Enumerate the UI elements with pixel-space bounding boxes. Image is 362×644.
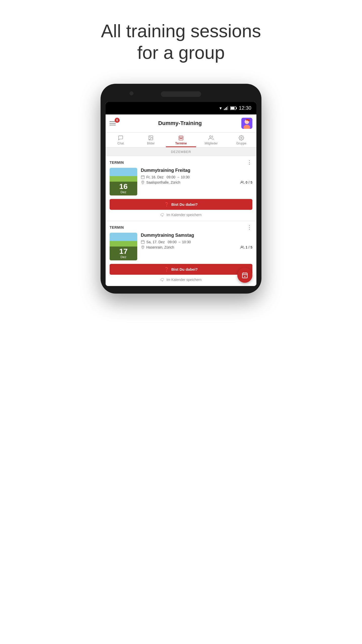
tab-chat-label: Chat [117,142,124,145]
tab-termine-label: Termine [175,142,187,145]
event-participants-2: 1 / 5 [240,245,252,249]
svg-rect-19 [181,138,181,139]
event-date-text-2: Sa, 17. Dez [146,240,165,244]
event-date-text-1: Fr, 16. Dez [146,175,163,179]
svg-rect-0 [224,109,225,110]
event-day-2: 17 [110,248,137,255]
event-image-1: 16 Dez [110,168,137,195]
event-day-1: 16 [110,183,137,190]
cloud-icon-1 [160,213,164,217]
svg-rect-6 [231,107,235,109]
wifi-icon: ▾ [219,105,222,111]
rsvp-label-2: Bist Du dabei? [171,267,198,271]
calendar-small-icon-2 [141,240,145,244]
settings-icon [239,135,244,141]
more-button-2[interactable]: ⋮ [247,225,252,230]
event-location-row-2: Hasenrain, Zürich 1 / 5 [141,245,252,249]
avatar[interactable] [241,118,252,129]
termin-header-2: TERMIN ⋮ [106,221,256,233]
calendar-icon [178,135,184,141]
page-title: All training sessions for a group [93,20,269,64]
phone-screen: ▾ 12:30 6 [106,102,256,286]
event-location-2: Hasenrain, Zürich [146,245,174,249]
fab-button[interactable] [237,268,252,283]
calendar-small-icon-1 [141,175,145,179]
signal-icon [224,106,228,110]
save-calendar-1[interactable]: Im Kalender speichern [106,213,256,217]
status-time: 12:30 [239,105,251,111]
location-icon-2 [141,245,145,249]
event-time-2: 09:00 → 10:30 [168,240,191,244]
save-calendar-label-1: Im Kalender speichern [166,213,202,217]
tab-termine[interactable]: Termine [166,133,196,147]
more-button-1[interactable]: ⋮ [247,160,252,165]
rsvp-label-1: Bist Du dabei? [171,202,198,207]
tab-chat[interactable]: Chat [106,133,136,147]
month-header: DEZEMBER [106,147,256,156]
svg-point-22 [241,137,242,139]
svg-point-27 [142,182,143,182]
svg-rect-18 [180,138,180,139]
svg-point-33 [142,247,143,247]
svg-rect-1 [225,108,226,110]
event-date-row-2: Sa, 17. Dez 09:00 → 10:30 [141,240,252,244]
svg-point-11 [248,119,250,121]
participants-count-1: 0 / 5 [246,180,252,184]
svg-rect-2 [226,107,227,110]
tab-mitglieder[interactable]: Mitglieder [196,133,226,147]
svg-point-34 [241,246,242,247]
tab-mitglieder-label: Mitglieder [205,142,218,145]
battery-icon [230,106,237,110]
svg-point-21 [210,136,211,138]
event-date-overlay-2: 17 Dez [110,247,137,260]
svg-point-13 [150,137,150,137]
tab-bilder[interactable]: Bilder [136,133,166,147]
phone-frame: ▾ 12:30 6 [101,84,261,294]
svg-rect-3 [227,106,228,110]
termin-label-2: TERMIN [110,225,247,229]
tab-gruppe[interactable]: Gruppe [226,133,256,147]
status-icons: ▾ 12:30 [219,105,251,111]
event-content-1: 16 Dez Dummytraining Freitag Fr, 16. Dez [106,168,256,195]
save-calendar-2[interactable]: Im Kalender speichern [106,278,256,282]
svg-rect-5 [236,107,237,109]
participants-count-2: 1 / 5 [246,245,252,249]
svg-rect-14 [179,136,183,140]
tabs: Chat Bilder [106,133,256,147]
rsvp-button-2[interactable]: ❓ Bist Du dabei? [110,264,252,275]
save-calendar-label-2: Im Kalender speichern [166,278,202,282]
rsvp-button-1[interactable]: ❓ Bist Du dabei? [110,199,252,210]
event-date-overlay-1: 16 Dez [110,182,137,195]
phone-speaker [161,91,201,97]
app-header: 6 Dummy-Training [106,114,256,133]
menu-line-2 [110,123,116,124]
tab-gruppe-label: Gruppe [236,142,246,145]
event-content-2: 17 Dez Dummytraining Samstag Sa, 17. Dez [106,233,256,260]
menu-button[interactable]: 6 [110,119,119,128]
event-location-1: Saalsporthalle, Zürich [146,180,180,184]
images-icon [148,135,154,141]
event-details-2: Dummytraining Samstag Sa, 17. Dez 09:00 … [141,233,252,251]
svg-rect-20 [182,138,182,139]
fab-calendar-icon [242,272,248,278]
event-month-1: Dez [110,190,137,194]
status-bar: ▾ 12:30 [106,102,256,114]
app-title: Dummy-Training [119,120,241,127]
event-participants-1: 0 / 5 [240,180,252,184]
event-time-1: 09:00 → 10:30 [166,175,190,179]
termin-label-1: TERMIN [110,160,247,165]
termin-header-1: TERMIN ⋮ [106,156,256,168]
event-location-row-1: Saalsporthalle, Zürich 0 / 5 [141,180,252,184]
menu-line-3 [110,125,116,125]
members-icon [208,135,214,141]
phone-camera [129,91,133,95]
svg-rect-35 [242,273,247,278]
svg-rect-23 [141,176,145,179]
event-title-1: Dummytraining Freitag [141,168,252,173]
tab-bilder-label: Bilder [147,142,155,145]
event-image-2: 17 Dez [110,233,137,260]
svg-rect-29 [141,240,145,244]
termin-card-2: TERMIN ⋮ 17 Dez Dummytraining Samstag [106,221,256,286]
termin-card-1: TERMIN ⋮ 16 Dez Dummytraining Freitag [106,156,256,221]
location-icon-1 [141,180,145,184]
